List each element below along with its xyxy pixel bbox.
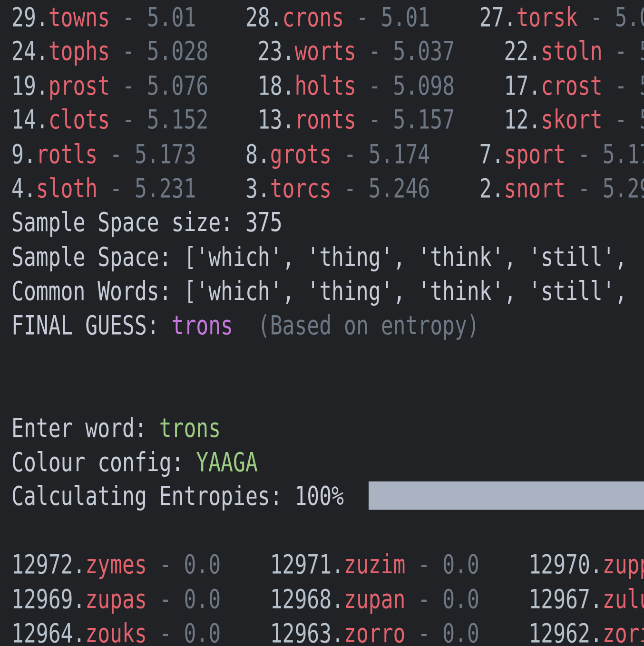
entry-word: zupan	[344, 583, 405, 614]
common-words-line-text: Common Words: ['which', 'thing', 'think'…	[11, 275, 627, 306]
sample-space-size-line: Sample Space size: 375	[11, 205, 644, 240]
entry-rank: 12972.	[11, 549, 85, 580]
progress-label: Calculating Entropies: 100%	[11, 481, 344, 511]
entry-rank: 7.	[479, 138, 504, 169]
entry-word: rotls	[36, 138, 98, 169]
entry-word: tophs	[49, 36, 110, 67]
entry-entropy-value: - 0.0	[147, 583, 221, 614]
sample-space-line: Sample Space: ['which', 'thing', 'think'…	[11, 240, 644, 274]
progress-line: Calculating Entropies: 100%	[11, 479, 644, 513]
final-guess-word: trons	[172, 309, 233, 340]
column-gap	[196, 173, 245, 203]
entry-entropy-value: - 0.0	[406, 549, 479, 580]
column-gap	[196, 138, 245, 169]
entry-entropy-value: - 5.037	[356, 36, 455, 67]
entry-word: grots	[270, 138, 332, 169]
enter-word-value: trons	[159, 412, 221, 443]
entry-entropy-value: - 5.01	[344, 1, 430, 32]
entry-word: zupp	[603, 549, 644, 580]
entropy-row: 24.tophs - 5.028 23.worts - 5.037 22.sto…	[11, 34, 644, 68]
entry-rank: 12971.	[270, 549, 344, 580]
entropy-row: 12969.zupas - 0.0 12968.zupan - 0.0 1296…	[11, 582, 644, 616]
entry-word: towns	[49, 1, 110, 32]
column-gap	[430, 138, 479, 169]
entry-entropy-value: - 0.0	[406, 617, 479, 646]
entry-word: ronts	[294, 104, 356, 135]
entry-rank: 13.	[258, 104, 295, 135]
entry-word: torcs	[270, 173, 332, 203]
entry-word: zupas	[85, 583, 146, 614]
entry-word: holts	[294, 70, 356, 101]
entropy-row: 12964.zouks - 0.0 12963.zorro - 0.0 1296…	[11, 616, 644, 646]
entry-word: zymes	[85, 549, 146, 580]
entry-word: prost	[49, 70, 110, 101]
entropy-row: 19.prost - 5.076 18.holts - 5.098 17.cro…	[11, 68, 644, 103]
entry-rank: 24.	[11, 36, 49, 67]
entry-entropy-value: - 5.157	[356, 104, 455, 135]
entropy-row: 14.clots - 5.152 13.ronts - 5.157 12.sko…	[11, 103, 644, 137]
entry-entropy-value: - 5.152	[110, 104, 208, 135]
column-gap	[208, 70, 258, 101]
entry-rank: 19.	[11, 70, 49, 101]
entry-rank: 12962.	[528, 617, 602, 646]
entry-word: stoln	[541, 36, 602, 67]
entry-rank: 18.	[258, 70, 295, 101]
common-words-line: Common Words: ['which', 'thing', 'think'…	[11, 274, 644, 308]
entry-word: sloth	[36, 173, 98, 203]
entry-rank: 12970.	[528, 549, 602, 580]
blank-line	[11, 513, 644, 548]
entry-entropy-value: - 5.01	[110, 1, 196, 32]
entry-entropy-value: - 5.174	[332, 138, 430, 169]
enter-word-line: Enter word: trons	[11, 411, 644, 445]
entry-rank: 14.	[11, 104, 49, 135]
entry-word: sport	[504, 138, 566, 169]
entry-word: torsk	[516, 1, 577, 32]
entry-rank: 3.	[245, 173, 270, 203]
blank-line	[11, 342, 644, 376]
entry-word: skort	[541, 104, 602, 135]
entry-entropy-value: - 5.17	[566, 138, 644, 169]
blank-line	[11, 376, 644, 411]
entry-word: zuzim	[344, 549, 405, 580]
entry-entropy-value: - 0.0	[147, 549, 221, 580]
enter-word-label: Enter word:	[11, 412, 159, 443]
column-gap	[221, 617, 270, 646]
entry-entropy-value: - 5.246	[332, 173, 430, 203]
entry-rank: 8.	[245, 138, 270, 169]
column-gap	[455, 70, 504, 101]
entry-word: crons	[283, 1, 344, 32]
entry-word: crost	[541, 70, 602, 101]
entry-entropy-value: - 5.098	[356, 70, 455, 101]
colour-config-label: Colour config:	[11, 446, 196, 477]
entry-entropy-value: - 5.076	[110, 70, 208, 101]
entry-entropy-value: - 5.173	[98, 138, 196, 169]
entry-rank: 29.	[11, 1, 49, 32]
column-gap	[479, 617, 529, 646]
column-gap	[208, 36, 258, 67]
entry-rank: 27.	[479, 1, 517, 32]
column-gap	[430, 1, 479, 32]
sample-space-size-line-text: Sample Space size: 375	[11, 207, 283, 238]
column-gap	[455, 36, 504, 67]
entry-entropy-value: - 5	[603, 36, 644, 67]
entry-word: worts	[294, 36, 356, 67]
entry-word: zorro	[344, 617, 405, 646]
terminal-screen: 29.towns - 5.01 28.crons - 5.01 27.torsk…	[0, 0, 644, 646]
column-gap	[221, 549, 270, 580]
column-gap	[430, 173, 479, 203]
colour-config-value: YAAGA	[196, 446, 257, 477]
entry-rank: 12964.	[11, 617, 85, 646]
sample-space-line-text: Sample Space: ['which', 'thing', 'think'…	[11, 241, 627, 272]
column-gap	[221, 583, 270, 614]
entry-entropy-value: - 5.0	[578, 1, 644, 32]
entry-rank: 2.	[479, 173, 504, 203]
entry-entropy-value: - 5.028	[110, 36, 208, 67]
entropy-row: 29.towns - 5.01 28.crons - 5.01 27.torsk…	[11, 0, 644, 34]
column-gap	[196, 1, 245, 32]
entry-rank: 23.	[258, 36, 295, 67]
entry-rank: 12.	[504, 104, 541, 135]
progress-bar	[369, 482, 644, 510]
entry-entropy-value: - 0.0	[147, 617, 221, 646]
final-guess-note: (Based on entropy)	[258, 309, 479, 340]
final-guess-gap	[233, 309, 258, 340]
